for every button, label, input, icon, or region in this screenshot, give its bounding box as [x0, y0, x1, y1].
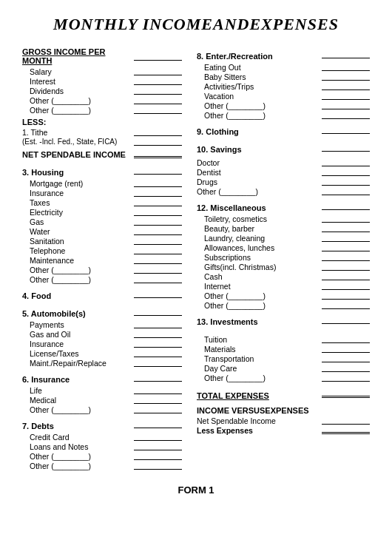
- input-line[interactable]: [134, 97, 182, 104]
- net-spendable-line[interactable]: [134, 151, 182, 158]
- input-line[interactable]: [134, 266, 182, 274]
- savings-line[interactable]: [322, 144, 370, 152]
- input-line[interactable]: [134, 199, 182, 206]
- input-line[interactable]: [134, 433, 182, 441]
- input-line[interactable]: [322, 188, 370, 195]
- input-line[interactable]: [134, 453, 182, 460]
- input-line[interactable]: [322, 345, 370, 353]
- input-line[interactable]: [322, 302, 370, 309]
- input-line[interactable]: [134, 257, 182, 264]
- input-line[interactable]: [134, 189, 182, 197]
- right-column: 8. Enter./Recreation Eating Out Baby Sit…: [197, 47, 370, 471]
- input-line[interactable]: [134, 443, 182, 450]
- input-line[interactable]: [134, 387, 182, 394]
- insurance-total-line[interactable]: [134, 374, 182, 382]
- item-label: Other (________): [197, 291, 322, 300]
- input-line[interactable]: [134, 68, 182, 75]
- input-line[interactable]: [134, 107, 182, 114]
- input-line[interactable]: [322, 102, 370, 109]
- input-line[interactable]: [322, 112, 370, 119]
- input-line[interactable]: [134, 180, 182, 187]
- item-label: Transportation: [197, 354, 322, 363]
- input-line[interactable]: [322, 159, 370, 166]
- net-spendable-income-row: Net Spendable Income: [197, 416, 370, 425]
- list-item: Salary: [22, 67, 182, 76]
- item-label: Payments: [22, 320, 134, 329]
- input-line[interactable]: [322, 83, 370, 90]
- input-line[interactable]: [134, 350, 182, 357]
- input-line[interactable]: [322, 273, 370, 280]
- input-line[interactable]: [134, 406, 182, 413]
- investments-total-line[interactable]: [322, 317, 370, 324]
- input-line[interactable]: [134, 228, 182, 235]
- list-item: Life: [22, 386, 182, 395]
- list-item: Tuition: [197, 335, 370, 344]
- input-line[interactable]: [322, 178, 370, 186]
- input-line[interactable]: [322, 234, 370, 242]
- housing-header-row: 3. Housing: [22, 163, 182, 178]
- list-item: Vacation: [197, 92, 370, 101]
- item-label: Other (________): [22, 462, 134, 470]
- input-line[interactable]: [134, 237, 182, 245]
- item-label: Other (________): [197, 187, 322, 196]
- list-item: Baby Sitters: [197, 72, 370, 81]
- net-spendable-income-line[interactable]: [322, 417, 370, 425]
- housing-header: 3. Housing: [22, 168, 64, 177]
- input-line[interactable]: [134, 340, 182, 348]
- input-line[interactable]: [322, 64, 370, 71]
- input-line[interactable]: [134, 209, 182, 216]
- item-label: License/Taxes: [22, 349, 134, 358]
- input-line[interactable]: [134, 247, 182, 254]
- input-line[interactable]: [134, 78, 182, 85]
- list-item: Transportation: [197, 354, 370, 363]
- debts-total-line[interactable]: [134, 421, 182, 428]
- input-line[interactable]: [322, 336, 370, 343]
- input-line[interactable]: [134, 396, 182, 404]
- list-item: Toiletry, cosmetics: [197, 214, 370, 223]
- input-line[interactable]: [134, 218, 182, 226]
- input-line[interactable]: [134, 321, 182, 328]
- input-line[interactable]: [134, 462, 182, 470]
- list-item: Credit Card: [22, 433, 182, 442]
- input-line[interactable]: [322, 169, 370, 176]
- fica-input-line[interactable]: [134, 138, 182, 146]
- input-line[interactable]: [322, 244, 370, 251]
- input-line[interactable]: [322, 374, 370, 382]
- list-item: Telephone: [22, 246, 182, 255]
- gross-income-total-line: [134, 53, 182, 61]
- input-line[interactable]: [322, 355, 370, 362]
- input-line[interactable]: [322, 283, 370, 290]
- input-line[interactable]: [322, 73, 370, 81]
- net-spendable-income-label: Net Spendable Income: [197, 416, 322, 425]
- tithe-input-line[interactable]: [134, 129, 182, 136]
- input-line[interactable]: [322, 254, 370, 261]
- input-line[interactable]: [134, 359, 182, 367]
- enter-rec-header: 8. Enter./Recreation: [197, 52, 273, 61]
- input-line[interactable]: [322, 365, 370, 372]
- input-line[interactable]: [134, 276, 182, 283]
- item-label: Mortgage (rent): [22, 179, 134, 188]
- total-expenses-row: TOTAL EXPENSES: [197, 387, 370, 402]
- list-item: Dentist: [197, 168, 370, 177]
- input-line[interactable]: [134, 87, 182, 95]
- list-item: Maint./Repair/Replace: [22, 359, 182, 368]
- clothing-line[interactable]: [322, 126, 370, 134]
- list-item: Other (________): [197, 101, 370, 110]
- input-line[interactable]: [322, 292, 370, 300]
- input-line[interactable]: [322, 263, 370, 271]
- input-line[interactable]: [134, 331, 182, 338]
- less-expenses-row: Less Expenses: [197, 426, 370, 435]
- input-line[interactable]: [322, 215, 370, 223]
- auto-total-line[interactable]: [134, 308, 182, 316]
- food-line[interactable]: [134, 291, 182, 298]
- misc-total-line[interactable]: [322, 203, 370, 210]
- input-line[interactable]: [322, 225, 370, 232]
- input-line[interactable]: [322, 92, 370, 100]
- list-item: Other (________): [22, 405, 182, 414]
- total-expenses-line[interactable]: [322, 391, 370, 398]
- less-expenses-line[interactable]: [322, 427, 370, 434]
- enter-rec-total-line[interactable]: [322, 51, 370, 58]
- list-item: Payments: [22, 320, 182, 329]
- housing-total-line[interactable]: [134, 167, 182, 175]
- item-label: Maint./Repair/Replace: [22, 359, 134, 368]
